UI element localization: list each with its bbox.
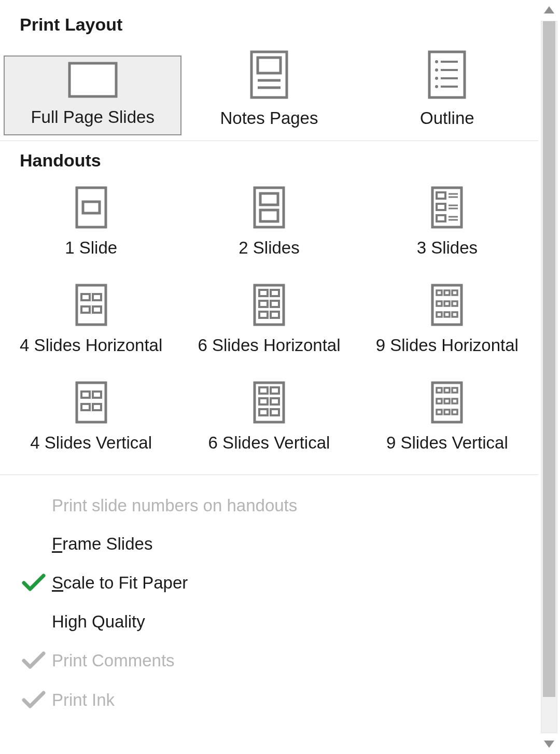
svg-rect-40: [271, 312, 279, 318]
handout-option-label: 9 Slides Horizontal: [376, 336, 519, 355]
handout-option-3-slides[interactable]: 3 Slides: [358, 181, 536, 265]
option-label: Print Comments: [52, 651, 175, 671]
svg-rect-32: [81, 306, 90, 313]
handout-option-label: 4 Slides Vertical: [30, 433, 152, 453]
option-high-quality[interactable]: High Quality: [0, 603, 538, 641]
svg-rect-62: [271, 409, 279, 415]
svg-rect-51: [77, 383, 106, 422]
section-title-handouts: Handouts: [0, 145, 538, 181]
svg-rect-72: [452, 410, 457, 414]
handout-option-label: 9 Slides Vertical: [386, 433, 508, 453]
handout-2-icon: [253, 186, 285, 229]
handout-option-label: 2 Slides: [239, 238, 299, 258]
option-print-slide-numbers: Print slide numbers on handouts: [0, 486, 538, 525]
option-print-ink: Print Ink: [0, 680, 538, 720]
scroll-track[interactable]: [541, 21, 557, 733]
handout-option-6-horizontal[interactable]: 6 Slides Horizontal: [180, 278, 358, 362]
handout-option-2-slides[interactable]: 2 Slides: [180, 181, 358, 265]
handout-option-9-vertical[interactable]: 9 Slides Vertical: [358, 376, 536, 460]
svg-rect-47: [452, 301, 457, 306]
svg-rect-68: [444, 399, 450, 403]
handout-4h-icon: [75, 284, 107, 326]
print-layout-panel: Print Layout Full Page Slides Notes Page…: [0, 0, 538, 754]
svg-rect-69: [452, 399, 457, 403]
svg-rect-59: [259, 398, 268, 404]
checkmark-icon: [16, 650, 52, 671]
print-layout-grid: Full Page Slides Notes Pages: [0, 45, 538, 135]
svg-point-6: [435, 60, 438, 63]
option-scale-to-fit[interactable]: Scale to Fit Paper: [0, 563, 538, 603]
handout-option-label: 4 Slides Horizontal: [20, 336, 162, 355]
full-page-slide-icon: [68, 62, 118, 98]
handout-6h-icon: [253, 284, 285, 326]
layout-option-label: Outline: [420, 108, 474, 128]
svg-rect-60: [271, 398, 279, 404]
svg-rect-23: [437, 204, 445, 210]
scroll-thumb[interactable]: [543, 21, 555, 697]
option-label: High Quality: [52, 612, 145, 632]
layout-option-label: Notes Pages: [220, 108, 318, 128]
layout-option-outline[interactable]: Outline: [358, 45, 536, 135]
svg-rect-17: [260, 193, 278, 205]
svg-rect-53: [93, 392, 101, 398]
svg-rect-42: [437, 290, 442, 295]
option-label: Frame Slides: [52, 534, 152, 554]
svg-rect-46: [444, 301, 450, 306]
handout-option-6-vertical[interactable]: 6 Slides Vertical: [180, 376, 358, 460]
layout-option-full-page-slides[interactable]: Full Page Slides: [4, 55, 181, 135]
option-label: Scale to Fit Paper: [52, 573, 188, 593]
svg-point-10: [435, 77, 438, 80]
section-title-print-layout: Print Layout: [0, 9, 538, 45]
scroll-down-button[interactable]: [539, 734, 559, 754]
option-frame-slides[interactable]: Frame Slides: [0, 525, 538, 563]
svg-rect-71: [444, 410, 450, 414]
handout-option-label: 1 Slide: [65, 238, 117, 258]
handout-option-label: 6 Slides Vertical: [208, 433, 330, 453]
handout-option-label: 6 Slides Horizontal: [198, 336, 340, 355]
handout-4v-icon: [75, 381, 107, 424]
svg-rect-55: [93, 404, 101, 410]
svg-rect-48: [437, 312, 442, 317]
svg-rect-30: [81, 294, 90, 300]
handout-6v-icon: [253, 381, 285, 424]
svg-rect-49: [444, 312, 450, 317]
svg-rect-54: [81, 404, 90, 410]
options-list: Print slide numbers on handouts Frame Sl…: [0, 479, 538, 720]
option-print-comments: Print Comments: [0, 641, 538, 680]
handout-option-1-slide[interactable]: 1 Slide: [2, 181, 180, 265]
svg-rect-37: [259, 301, 268, 307]
svg-rect-36: [271, 290, 279, 296]
scroll-up-button[interactable]: [539, 0, 559, 20]
svg-rect-64: [437, 388, 442, 393]
svg-rect-31: [93, 294, 101, 300]
option-label: Print slide numbers on handouts: [52, 496, 297, 515]
handout-option-label: 3 Slides: [417, 238, 478, 258]
svg-rect-50: [452, 312, 457, 317]
outline-icon: [428, 50, 466, 99]
svg-marker-74: [544, 741, 554, 748]
svg-rect-35: [259, 290, 268, 296]
vertical-scrollbar[interactable]: [538, 0, 560, 754]
handout-3-icon: [431, 186, 463, 229]
handout-9v-icon: [431, 381, 463, 424]
checkmark-icon: [16, 573, 52, 593]
svg-rect-66: [452, 388, 457, 393]
svg-rect-29: [77, 285, 106, 325]
svg-point-12: [435, 85, 438, 88]
svg-rect-0: [69, 63, 116, 96]
handout-option-4-vertical[interactable]: 4 Slides Vertical: [2, 376, 180, 460]
handout-option-9-horizontal[interactable]: 9 Slides Horizontal: [358, 278, 536, 362]
svg-point-8: [435, 68, 438, 72]
handouts-grid: 1 Slide 2 Slides: [0, 181, 538, 469]
svg-rect-58: [271, 387, 279, 394]
svg-rect-2: [258, 58, 281, 73]
svg-rect-57: [259, 387, 268, 394]
svg-rect-33: [93, 306, 101, 313]
svg-rect-43: [444, 290, 450, 295]
handout-option-4-horizontal[interactable]: 4 Slides Horizontal: [2, 278, 180, 362]
svg-rect-5: [429, 52, 465, 97]
divider: [0, 474, 538, 475]
svg-rect-44: [452, 290, 457, 295]
svg-rect-52: [81, 392, 90, 398]
layout-option-notes-pages[interactable]: Notes Pages: [180, 45, 358, 135]
